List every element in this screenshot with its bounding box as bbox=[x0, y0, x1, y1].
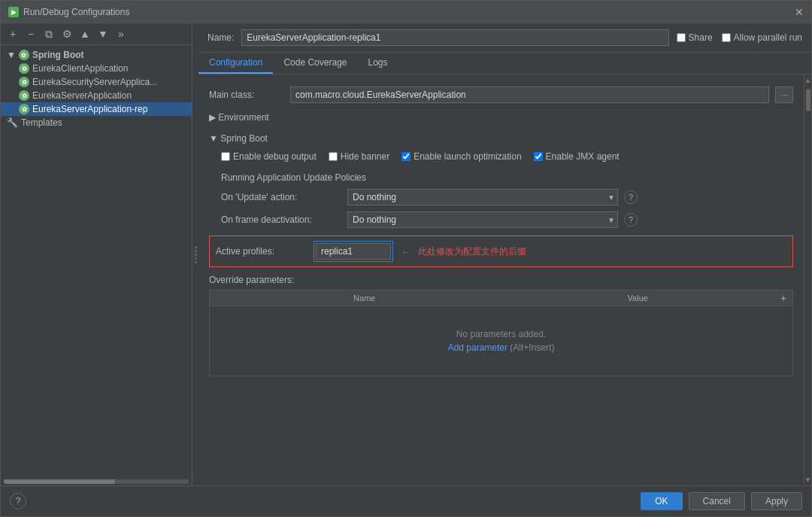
on-update-select[interactable]: Do nothing Update classes and resources … bbox=[347, 189, 618, 205]
running-update-section: Running Application Update Policies On '… bbox=[209, 172, 793, 228]
share-checkbox-label[interactable]: Share bbox=[677, 32, 713, 43]
group-label: Spring Boot bbox=[32, 50, 84, 60]
up-button[interactable]: ▲ bbox=[77, 26, 92, 41]
params-col-value: Value bbox=[501, 290, 775, 306]
right-controls: Share Allow parallel run bbox=[677, 32, 802, 43]
spring-boot-group: ▼ ✿ Spring Boot ✿ EurekaClientApplicatio… bbox=[1, 48, 192, 116]
ok-button[interactable]: OK bbox=[641, 492, 682, 510]
on-frame-label: On frame deactivation: bbox=[221, 214, 341, 225]
remove-button[interactable]: − bbox=[23, 26, 38, 41]
on-frame-help-icon[interactable]: ? bbox=[624, 213, 638, 227]
right-scrollbar[interactable]: ▲ ▼ bbox=[804, 75, 811, 485]
run-debug-dialog: ▶ Run/Debug Configurations ✕ + − ⧉ ⚙ ▲ ▼… bbox=[0, 0, 812, 517]
more-button[interactable]: » bbox=[114, 26, 129, 41]
params-col-name: Name bbox=[228, 290, 501, 306]
sidebar-item-eureka-security[interactable]: ✿ EurekaSecurityServerApplica... bbox=[1, 75, 192, 89]
enable-jmx-label[interactable]: Enable JMX agent bbox=[534, 151, 620, 162]
hide-banner-text: Hide banner bbox=[341, 151, 389, 162]
hide-banner-label[interactable]: Hide banner bbox=[329, 151, 389, 162]
close-button[interactable]: ✕ bbox=[795, 6, 804, 18]
run-debug-icon: ▶ bbox=[8, 7, 19, 17]
sidebar-item-eureka-replica[interactable]: ✿ EurekaServerApplication-rep bbox=[1, 102, 192, 116]
add-param-row: Add parameter (Alt+Insert) bbox=[232, 342, 770, 353]
enable-debug-label[interactable]: Enable debug output bbox=[221, 151, 317, 162]
main-class-input[interactable] bbox=[290, 87, 769, 103]
active-profiles-section: Active profiles: ← 此处修改为配置文件的后缀 bbox=[209, 236, 793, 267]
enable-launch-label[interactable]: Enable launch optimization bbox=[401, 151, 521, 162]
tab-code-coverage[interactable]: Code Coverage bbox=[273, 53, 357, 74]
enable-debug-checkbox[interactable] bbox=[221, 152, 230, 161]
on-frame-row: On frame deactivation: Do nothing Update… bbox=[221, 211, 793, 228]
settings-button[interactable]: ⚙ bbox=[59, 26, 74, 41]
add-param-link[interactable]: Add parameter bbox=[448, 342, 508, 353]
scroll-track bbox=[806, 86, 810, 474]
tab-configuration[interactable]: Configuration bbox=[198, 53, 273, 74]
add-param-col-button[interactable]: + bbox=[774, 290, 792, 306]
bottom-bar: ? OK Cancel Apply bbox=[1, 485, 811, 516]
allow-parallel-label: Allow parallel run bbox=[734, 32, 802, 43]
sidebar: + − ⧉ ⚙ ▲ ▼ » ▼ ✿ Spring Boot ✿ bbox=[1, 23, 192, 485]
enable-jmx-checkbox[interactable] bbox=[534, 152, 543, 161]
on-update-row: On 'Update' action: Do nothing Update cl… bbox=[221, 189, 793, 205]
spring-boot-section: ▼ Spring Boot Enable debug output Hide b… bbox=[209, 130, 793, 228]
active-profiles-label: Active profiles: bbox=[216, 246, 306, 257]
add-button[interactable]: + bbox=[5, 26, 20, 41]
templates-label: Templates bbox=[21, 117, 62, 128]
group-collapse-icon: ▼ bbox=[7, 50, 16, 60]
share-checkbox[interactable] bbox=[677, 33, 686, 42]
allow-parallel-checkbox-label[interactable]: Allow parallel run bbox=[722, 32, 802, 43]
sidebar-item-eureka-client[interactable]: ✿ EurekaClientApplication bbox=[1, 62, 192, 75]
down-button[interactable]: ▼ bbox=[95, 26, 111, 41]
sidebar-resize-handle[interactable] bbox=[192, 239, 198, 269]
spring-item-icon-2: ✿ bbox=[19, 90, 29, 101]
override-label: Override parameters: bbox=[209, 275, 793, 285]
help-button[interactable]: ? bbox=[10, 493, 26, 509]
params-table: Name Value + No parameters added. Add pa… bbox=[209, 290, 793, 376]
cancel-button[interactable]: Cancel bbox=[689, 492, 745, 510]
dialog-title: Run/Debug Configurations bbox=[23, 7, 129, 17]
hide-banner-checkbox[interactable] bbox=[329, 152, 338, 161]
enable-launch-text: Enable launch optimization bbox=[414, 151, 521, 162]
params-col-check bbox=[210, 290, 228, 306]
copy-button[interactable]: ⧉ bbox=[41, 26, 56, 41]
allow-parallel-checkbox[interactable] bbox=[722, 33, 731, 42]
sidebar-tree: ▼ ✿ Spring Boot ✿ EurekaClientApplicatio… bbox=[1, 45, 192, 478]
add-param-shortcut: (Alt+Insert) bbox=[510, 342, 554, 353]
name-input[interactable] bbox=[241, 29, 668, 46]
scroll-down-button[interactable]: ▼ bbox=[804, 476, 811, 484]
on-update-help-icon[interactable]: ? bbox=[624, 190, 638, 204]
bottom-right: OK Cancel Apply bbox=[641, 492, 802, 510]
title-bar: ▶ Run/Debug Configurations ✕ bbox=[1, 1, 811, 23]
scrollbar-thumb bbox=[4, 479, 115, 484]
enable-jmx-text: Enable JMX agent bbox=[546, 151, 620, 162]
environment-row[interactable]: ▶ Environment bbox=[209, 108, 793, 127]
on-update-label: On 'Update' action: bbox=[221, 192, 341, 202]
on-frame-select[interactable]: Do nothing Update classes and resources … bbox=[347, 211, 618, 228]
active-profiles-input-wrapper bbox=[314, 241, 393, 262]
sidebar-item-eureka-server[interactable]: ✿ EurekaServerApplication bbox=[1, 89, 192, 102]
enable-launch-checkbox[interactable] bbox=[401, 152, 411, 161]
sidebar-item-templates[interactable]: 🔧 Templates bbox=[1, 116, 192, 129]
tree-item-label: EurekaSecurityServerApplica... bbox=[32, 77, 157, 87]
scroll-up-button[interactable]: ▲ bbox=[804, 76, 811, 84]
spring-boot-options: Enable debug output Hide banner Enable l… bbox=[209, 147, 793, 166]
main-class-label: Main class: bbox=[209, 90, 284, 100]
name-label: Name: bbox=[208, 32, 234, 43]
wrench-icon: 🔧 bbox=[7, 117, 18, 128]
active-profiles-input[interactable] bbox=[316, 243, 391, 260]
main-class-browse-button[interactable]: ··· bbox=[775, 87, 793, 103]
name-bar: Name: Share Allow parallel run bbox=[198, 23, 811, 53]
spring-boot-header[interactable]: ▼ Spring Boot bbox=[209, 130, 793, 147]
running-update-title: Running Application Update Policies bbox=[221, 172, 793, 183]
enable-debug-text: Enable debug output bbox=[233, 151, 317, 162]
share-label: Share bbox=[689, 32, 713, 43]
sidebar-horizontal-scrollbar[interactable] bbox=[4, 479, 189, 484]
tab-bar: Configuration Code Coverage Logs bbox=[198, 53, 811, 75]
spring-boot-group-header[interactable]: ▼ ✿ Spring Boot bbox=[1, 48, 192, 62]
bottom-left: ? bbox=[10, 493, 26, 509]
apply-button[interactable]: Apply bbox=[751, 492, 802, 510]
tab-logs[interactable]: Logs bbox=[357, 53, 398, 74]
spring-item-icon-0: ✿ bbox=[19, 63, 29, 74]
main-panel: Name: Share Allow parallel run Configura… bbox=[198, 23, 811, 485]
scroll-thumb bbox=[806, 89, 810, 111]
